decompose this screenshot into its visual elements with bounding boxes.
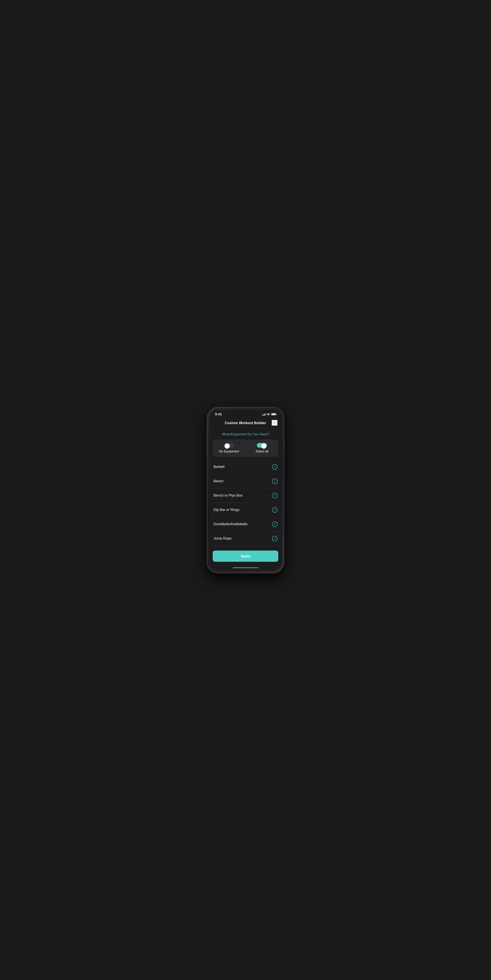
equipment-item-beach[interactable]: Beach ✓: [210, 474, 281, 488]
equipment-item-bench[interactable]: Bench or Plyo Box ✓: [210, 488, 281, 503]
status-time: 9:41: [215, 412, 222, 416]
barbell-check: ✓: [272, 464, 277, 470]
battery-icon: [271, 413, 276, 415]
no-equipment-toggle[interactable]: [224, 443, 234, 448]
dip-bar-checkmark: ✓: [274, 508, 276, 511]
equipment-name-beach: Beach: [214, 479, 223, 483]
equipment-item-dip-bar[interactable]: Dip Bar or Rings ✓: [210, 503, 281, 517]
select-all-toggle-knob: [261, 443, 266, 449]
home-bar: [233, 567, 258, 568]
dip-bar-check: ✓: [272, 507, 277, 513]
bench-check: ✓: [272, 493, 277, 498]
equipment-name-barbell: Barbell: [214, 465, 225, 469]
bench-checkmark: ✓: [274, 494, 276, 497]
select-all-label: Select all: [255, 450, 268, 453]
equipment-name-dumbbells: Dumbbells/Kettlebells: [214, 522, 247, 526]
no-equipment-toggle-item[interactable]: No Equipment: [213, 439, 246, 457]
wifi-icon: [267, 413, 270, 415]
beach-checkmark: ✓: [274, 480, 276, 483]
signal-icon: [262, 413, 266, 415]
no-equipment-toggle-knob: [225, 443, 230, 449]
equipment-item-dumbbells[interactable]: Dumbbells/Kettlebells ✓: [210, 517, 281, 531]
question-text: What Equipment Do You Have?: [210, 428, 281, 439]
barbell-checkmark: ✓: [274, 465, 276, 469]
dumbbells-checkmark: ✓: [274, 523, 276, 526]
main-content: Custom Workout Builder × What Equipment …: [210, 418, 281, 571]
modal-title: Custom Workout Builder: [225, 421, 266, 425]
equipment-name-jump-rope: Jump Rope: [214, 536, 231, 541]
phone-notch: [231, 410, 260, 415]
beach-check: ✓: [272, 479, 277, 484]
select-all-toggle-item[interactable]: Select all: [246, 439, 279, 457]
close-button[interactable]: ×: [272, 420, 277, 426]
no-equipment-label: No Equipment: [219, 450, 239, 453]
phone-frame: 9:41: [207, 407, 284, 573]
equipment-name-bench: Bench or Plyo Box: [214, 493, 242, 498]
equipment-list: Barbell ✓ Beach ✓ Bench or Plyo Box ✓: [210, 460, 281, 546]
toggle-section: No Equipment Select all: [213, 439, 278, 457]
status-icons: [262, 413, 276, 415]
dumbbells-check: ✓: [272, 522, 277, 527]
jump-rope-check: ✓: [272, 536, 277, 541]
jump-rope-checkmark: ✓: [274, 537, 276, 540]
apply-button[interactable]: Apply: [213, 550, 278, 562]
home-indicator: [210, 566, 281, 571]
select-all-toggle[interactable]: [257, 443, 267, 448]
equipment-name-dip-bar: Dip Bar or Rings: [214, 508, 239, 512]
equipment-item-barbell[interactable]: Barbell ✓: [210, 460, 281, 474]
phone-screen: 9:41: [210, 410, 281, 571]
modal-header: Custom Workout Builder ×: [210, 418, 281, 428]
equipment-item-jump-rope[interactable]: Jump Rope ✓: [210, 531, 281, 546]
